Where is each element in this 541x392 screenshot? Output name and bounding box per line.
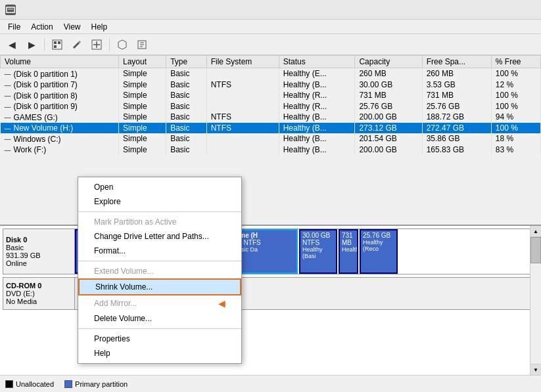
context-menu-item[interactable]: Explore	[78, 194, 241, 209]
table-row[interactable]: —(Disk 0 partition 8)SimpleBasicHealthy …	[1, 90, 541, 101]
cell-pct: 12 %	[491, 79, 540, 91]
context-menu-item[interactable]: Properties	[78, 332, 241, 346]
cell-capacity: 260 MB	[355, 68, 422, 79]
menu-help[interactable]: Help	[86, 21, 113, 33]
cell-free: 272.47 GB	[422, 123, 491, 134]
legend-primary: Primary partition	[64, 380, 128, 388]
cell-fs	[206, 133, 279, 144]
context-menu-item[interactable]: Help	[78, 346, 241, 360]
cell-pct: 100 %	[491, 101, 540, 112]
context-menu-separator	[78, 261, 241, 261]
toolbar-btn-1[interactable]	[48, 36, 66, 53]
cell-status: Healthy (R...	[279, 90, 355, 101]
cell-volume: —(Disk 0 partition 9)	[1, 101, 119, 112]
maximize-button[interactable]	[474, 0, 504, 20]
shrink-arrow-icon: ◀	[218, 298, 225, 309]
table-row[interactable]: —GAMES (G:)SimpleBasicNTFSHealthy (B...2…	[1, 112, 541, 123]
context-menu-item: Add Mirror...◀	[78, 295, 241, 311]
cell-volume: —New Volume (H:)	[1, 123, 119, 134]
svg-rect-5	[54, 45, 57, 48]
menu-action[interactable]: Action	[26, 21, 58, 33]
toolbar-btn-2[interactable]	[68, 36, 86, 53]
cell-free: 35.86 GB	[422, 133, 491, 144]
cell-free: 260 MB	[422, 68, 491, 79]
col-layout[interactable]: Layout	[118, 56, 166, 68]
disk-partition[interactable]: 25.76 GBHealthy (Reco	[360, 229, 398, 274]
cdrom-name: CD-ROM 0	[6, 282, 72, 290]
toolbar-separator-2	[109, 38, 110, 51]
cell-status: Healthy (B...	[279, 123, 355, 134]
toolbar-btn-3[interactable]	[87, 36, 106, 53]
forward-button[interactable]: ▶	[22, 36, 41, 53]
app-icon	[5, 5, 16, 15]
cell-status: Healthy (B...	[279, 79, 355, 91]
cell-fs	[206, 101, 279, 112]
legend-unallocated-box	[5, 380, 13, 388]
disk-0-label: Disk 0 Basic 931.39 GB Online	[3, 229, 75, 274]
context-menu-item: Extend Volume...	[78, 264, 241, 278]
cell-free: 731 MB	[422, 90, 491, 101]
cell-pct: 100 %	[491, 90, 540, 101]
cell-capacity: 201.54 GB	[355, 133, 422, 144]
cell-type: Basic	[166, 133, 207, 144]
cell-type: Basic	[166, 144, 207, 156]
svg-rect-3	[54, 41, 57, 44]
scrollbar[interactable]: ▲ ▼	[530, 226, 541, 375]
cell-status: Healthy (R...	[279, 101, 355, 112]
cell-free: 3.53 GB	[422, 79, 491, 91]
volume-table: Volume Layout Type File System Status Ca…	[0, 55, 541, 155]
menu-view[interactable]: View	[59, 21, 86, 33]
col-capacity[interactable]: Capacity	[355, 56, 422, 68]
toolbar-separator-1	[44, 38, 45, 51]
context-menu-item[interactable]: Open	[78, 180, 241, 194]
context-menu-item[interactable]: Change Drive Letter and Paths...	[78, 229, 241, 244]
cdrom-type: DVD (E:)	[6, 290, 72, 297]
close-button[interactable]	[506, 0, 536, 20]
table-row[interactable]: —(Disk 0 partition 9)SimpleBasicHealthy …	[1, 101, 541, 112]
col-status[interactable]: Status	[279, 56, 355, 68]
cell-layout: Simple	[118, 68, 166, 79]
title-bar	[0, 0, 541, 20]
cell-type: Basic	[166, 112, 207, 123]
cell-volume: —(Disk 0 partition 8)	[1, 90, 119, 101]
cell-capacity: 200.00 GB	[355, 144, 422, 156]
disk-0-size: 931.39 GB	[6, 251, 72, 259]
cell-fs: NTFS	[206, 112, 279, 123]
legend-unallocated: Unallocated	[5, 380, 54, 388]
col-type[interactable]: Type	[166, 56, 207, 68]
cell-capacity: 30.00 GB	[355, 79, 422, 91]
col-pctfree[interactable]: % Free	[491, 56, 540, 68]
cell-status: Healthy (B...	[279, 144, 355, 156]
cell-layout: Simple	[118, 123, 166, 134]
disk-partition[interactable]: 731 MBHealthy	[339, 229, 358, 274]
legend-primary-label: Primary partition	[75, 380, 128, 388]
cell-capacity: 200.00 GB	[355, 112, 422, 123]
context-menu-item[interactable]: Delete Volume...	[78, 311, 241, 326]
col-filesystem[interactable]: File System	[206, 56, 279, 68]
table-row[interactable]: —Windows (C:)SimpleBasicHealthy (B...201…	[1, 133, 541, 144]
disk-partition[interactable]: 30.00 GB NTFSHealthy (Basi	[299, 229, 337, 274]
col-volume[interactable]: Volume	[1, 56, 119, 68]
toolbar-btn-5[interactable]	[133, 36, 151, 53]
menu-file[interactable]: File	[3, 21, 26, 33]
cell-type: Basic	[166, 123, 207, 134]
table-row[interactable]: —Work (F:)SimpleBasicHealthy (B...200.00…	[1, 144, 541, 156]
legend-unallocated-label: Unallocated	[16, 380, 54, 388]
cell-free: 188.72 GB	[422, 112, 491, 123]
context-menu-item[interactable]: Shrink Volume...	[78, 278, 241, 295]
back-button[interactable]: ◀	[3, 36, 21, 53]
cell-volume: —Work (F:)	[1, 144, 119, 156]
context-menu-separator	[78, 328, 241, 329]
minimize-button[interactable]	[442, 0, 473, 20]
toolbar-btn-4[interactable]	[113, 36, 131, 53]
table-row[interactable]: —New Volume (H:)SimpleBasicNTFSHealthy (…	[1, 123, 541, 134]
context-menu-item[interactable]: Format...	[78, 244, 241, 258]
cell-layout: Simple	[118, 90, 166, 101]
table-row[interactable]: —(Disk 0 partition 1)SimpleBasicHealthy …	[1, 68, 541, 79]
cell-layout: Simple	[118, 144, 166, 156]
disk-0-status: Online	[6, 259, 72, 267]
cdrom-label: CD-ROM 0 DVD (E:) No Media	[3, 277, 75, 310]
cell-layout: Simple	[118, 79, 166, 91]
col-freespace[interactable]: Free Spa...	[422, 56, 491, 68]
table-row[interactable]: —(Disk 0 partition 7)SimpleBasicNTFSHeal…	[1, 79, 541, 91]
